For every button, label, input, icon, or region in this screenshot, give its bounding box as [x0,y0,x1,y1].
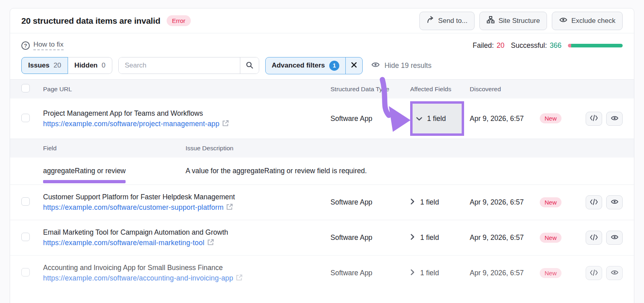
code-icon [590,199,598,207]
table-row: Customer Support Platform for Faster Hel… [10,184,634,220]
site-structure-icon [487,16,495,26]
issue-description: A value for the aggregateRating or revie… [186,167,623,175]
successful-value: 366 [550,41,561,50]
view-code-button[interactable] [586,231,602,245]
table-row: Accounting and Invoicing App for Small B… [10,255,634,291]
page-name: Accounting and Invoicing App for Small B… [43,264,330,272]
discovered-date: Apr 9, 2026, 6:57 [470,198,540,207]
structured-data-type: Software App [330,115,410,123]
bottom-fade [10,294,634,303]
table-row: Email Marketing Tool for Campaign Automa… [10,220,634,255]
affected-field-name: aggregateRating or review [43,167,126,175]
send-to-button[interactable]: Send to... [419,12,475,30]
hide-row-button[interactable] [606,266,623,280]
failed-value: 20 [497,41,504,50]
page-name: Project Management App for Teams and Wor… [43,109,330,118]
structured-data-type: Software App [330,198,410,207]
hide-row-button[interactable] [606,231,623,245]
structured-data-type: Software App [330,269,410,277]
external-link-icon [226,203,233,212]
question-icon: ? [21,41,30,50]
structured-data-type: Software App [330,233,410,242]
hide-row-button[interactable] [606,195,623,209]
page-url-link[interactable]: https://example.com/software/email-marke… [43,239,204,247]
external-link-icon [207,239,214,247]
new-badge: New [540,233,561,243]
eye-icon [611,233,619,242]
external-link-icon [236,274,243,283]
row-checkbox[interactable] [21,268,30,276]
col-field: Field [43,145,186,152]
affected-fields-toggle-highlighted[interactable]: 1 field [410,101,464,136]
how-to-fix-link[interactable]: ? How to fix [21,41,64,50]
col-structured-data-type[interactable]: Structured Data Type [330,86,410,93]
page-url-link[interactable]: https://example.com/software/project-man… [43,120,219,128]
page-url-link[interactable]: https://example.com/software/customer-su… [43,203,223,212]
external-link-icon [222,120,229,128]
hide-row-button[interactable] [606,112,623,126]
hide-results-button[interactable]: Hide 19 results [371,60,431,71]
discovered-date: Apr 9, 2026, 6:57 [470,269,540,277]
eye-icon [611,114,619,123]
row-checkbox[interactable] [21,233,30,241]
discovered-date: Apr 9, 2026, 6:57 [470,115,540,123]
row-checkbox[interactable] [21,114,30,122]
chevron-right-icon [410,198,415,207]
col-discovered[interactable]: Discovered [470,86,540,93]
error-badge: Error [167,15,190,26]
view-code-button[interactable] [586,195,602,209]
col-page-url[interactable]: Page URL [43,86,330,93]
pass-rate-progress-bar [568,44,623,47]
table-row: Project Management App for Teams and Wor… [10,98,634,139]
eye-icon [559,16,568,26]
exclude-check-button[interactable]: Exclude check [552,12,623,30]
code-icon [590,234,598,242]
chevron-right-icon [410,233,415,242]
failed-label: Failed: [473,41,494,50]
page-name: Email Marketing Tool for Campaign Automa… [43,228,330,237]
issue-report-card: 20 structured data items are invalid Err… [10,8,634,303]
new-badge: New [540,113,561,123]
page-title: 20 structured data items are invalid [21,16,160,26]
advanced-filters-chip: Advanced filters 1 [265,57,363,74]
page-name: Customer Support Platform for Faster Hel… [43,193,330,201]
successful-label: Successful: [511,41,547,50]
page-url-link[interactable]: https://example.com/software/accounting-… [43,274,233,283]
tab-hidden[interactable]: Hidden 0 [68,57,112,74]
subheader: ? How to fix Failed:20 Successful:366 [10,33,634,54]
view-code-button[interactable] [586,266,602,280]
search-button[interactable] [240,57,259,74]
search-input[interactable] [119,57,240,74]
select-all-checkbox[interactable] [21,84,30,92]
close-icon [351,62,357,70]
search-box [118,57,259,74]
site-structure-button[interactable]: Site Structure [479,12,547,30]
eye-icon [371,60,380,71]
check-stats: Failed:20 Successful:366 [473,41,623,50]
eye-icon [611,198,619,207]
send-to-icon [427,16,435,26]
field-table-row: aggregateRating or review A value for th… [10,158,634,184]
new-badge: New [540,197,561,207]
issues-hidden-tabs: Issues 20 Hidden 0 [21,57,112,74]
advanced-filters-button[interactable]: Advanced filters 1 [266,57,345,74]
col-affected-fields[interactable]: Affected Fields [410,86,470,93]
chevron-down-icon [416,115,422,123]
search-icon [246,61,254,70]
col-issue-description: Issue Description [186,145,623,152]
affected-fields-toggle[interactable]: 1 field [410,198,470,207]
clear-filters-button[interactable] [345,57,362,74]
field-table-header: Field Issue Description [10,139,634,158]
row-checkbox[interactable] [21,197,30,206]
card-header: 20 structured data items are invalid Err… [10,8,634,33]
filter-toolbar: Issues 20 Hidden 0 Advanced filters 1 [10,54,634,74]
filter-count-badge: 1 [329,61,339,71]
affected-fields-toggle[interactable]: 1 field [410,269,470,277]
chevron-right-icon [410,269,415,277]
affected-fields-toggle[interactable]: 1 field [410,233,470,242]
code-icon [590,115,598,123]
tab-issues[interactable]: Issues 20 [21,57,68,74]
table-header: Page URL Structured Data Type Affected F… [10,79,634,98]
discovered-date: Apr 9, 2026, 6:57 [470,233,540,242]
view-code-button[interactable] [586,112,602,126]
